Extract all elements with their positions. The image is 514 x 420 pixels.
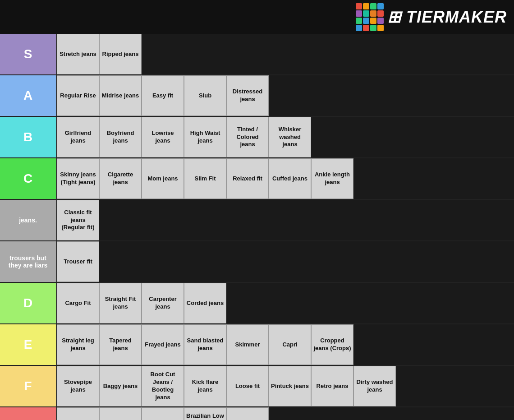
tier-spacer bbox=[353, 158, 514, 199]
tier-item[interactable]: Skinny jeans (Tight jeans) bbox=[57, 158, 99, 199]
tier-items-notwearable: Flared jeansBell bottom jeansLace-up jea… bbox=[56, 407, 514, 420]
tier-item[interactable]: Midrise jeans bbox=[99, 75, 142, 116]
tier-item[interactable]: Regular Rise bbox=[57, 75, 99, 116]
tier-spacer bbox=[396, 366, 514, 406]
tier-item[interactable]: Retro jeans bbox=[311, 366, 353, 406]
logo-text: ⊞ TiERMAKER bbox=[387, 8, 507, 27]
logo-cell bbox=[356, 25, 362, 31]
tier-item[interactable]: Kick flare jeans bbox=[184, 366, 226, 406]
tier-item[interactable]: Tapered jeans bbox=[99, 324, 142, 365]
tier-item[interactable]: Cropped jeans (Crops) bbox=[311, 324, 353, 365]
tier-item[interactable]: Boyfriend jeans bbox=[99, 117, 142, 157]
tier-item[interactable]: Skimmer bbox=[226, 324, 269, 365]
tier-items-a: Regular RiseMidrise jeansEasy fitSlubDis… bbox=[56, 75, 514, 116]
tier-item[interactable]: Corded jeans bbox=[184, 283, 226, 323]
tier-item[interactable]: Trouser fit bbox=[57, 241, 99, 282]
tier-item[interactable]: Sand blasted jeans bbox=[184, 324, 226, 365]
tier-spacer bbox=[99, 241, 514, 282]
tier-item[interactable]: Carpenter jeans bbox=[142, 283, 184, 323]
tier-item[interactable]: Loose fit bbox=[226, 366, 269, 406]
logo-cell bbox=[356, 3, 362, 9]
tier-item[interactable]: Stovepipe jeans bbox=[57, 366, 99, 406]
tier-item[interactable]: Distressed jeans bbox=[226, 75, 269, 116]
tier-row-s: SStretch jeansRipped jeans bbox=[0, 34, 514, 75]
logo-cell bbox=[356, 10, 362, 17]
tier-item[interactable]: Tinted / Colored jeans bbox=[226, 117, 269, 157]
logo-icon-text: ⊞ bbox=[387, 8, 406, 26]
tier-items-d: Cargo FitStraight Fit jeansCarpenter jea… bbox=[56, 283, 514, 323]
tier-label-trousers: trousers but they are liars bbox=[0, 241, 56, 282]
tier-item[interactable]: Lace-up jeans bbox=[142, 407, 184, 420]
tier-label-f: F bbox=[0, 366, 56, 406]
logo-cell bbox=[370, 10, 376, 17]
tier-item[interactable]: Easy fit bbox=[142, 75, 184, 116]
tier-item[interactable]: Whisker washed jeans bbox=[269, 117, 311, 157]
tier-items-trousers: Trouser fit bbox=[56, 241, 514, 282]
tier-label-jeans: jeans. bbox=[0, 200, 56, 240]
tier-item[interactable]: Flared jeans bbox=[57, 407, 99, 420]
tier-item[interactable]: Baggy jeans bbox=[99, 366, 142, 406]
tier-item[interactable]: Straight Fit jeans bbox=[99, 283, 142, 323]
tier-label-c: C bbox=[0, 158, 56, 199]
logo-label: TiERMAKER bbox=[406, 8, 507, 26]
tier-item[interactable]: Slim Fit bbox=[184, 158, 226, 199]
tier-item[interactable]: Relaxed fit bbox=[226, 158, 269, 199]
tier-label-e: E bbox=[0, 324, 56, 365]
tier-item[interactable]: Ankle length jeans bbox=[311, 158, 353, 199]
tiermaker-logo: ⊞ TiERMAKER bbox=[356, 3, 507, 31]
tier-label-notwearable: this isnt wearable bbox=[0, 407, 56, 420]
tier-spacer bbox=[99, 200, 514, 240]
logo-cell bbox=[363, 25, 369, 31]
tier-item[interactable]: Bell bottom jeans bbox=[99, 407, 142, 420]
tier-item[interactable]: Brazilian Low Rise Jeans / Ultra low ris… bbox=[184, 407, 226, 420]
tier-items-c: Skinny jeans (Tight jeans)Cigarette jean… bbox=[56, 158, 514, 199]
logo-cell bbox=[377, 25, 384, 31]
tier-label-b: B bbox=[0, 117, 56, 157]
tier-item[interactable]: Cargo Fit bbox=[57, 283, 99, 323]
tier-item[interactable]: Boot Cut Jeans / Bootleg jeans bbox=[142, 366, 184, 406]
tier-spacer bbox=[311, 117, 514, 157]
logo-cell bbox=[377, 3, 384, 9]
tier-item[interactable]: Stretch jeans bbox=[57, 34, 99, 74]
tier-item[interactable]: Lowrise jeans bbox=[142, 117, 184, 157]
tier-item[interactable]: Frayed jeans bbox=[142, 324, 184, 365]
tier-label-d: D bbox=[0, 283, 56, 323]
tier-item[interactable]: Mom jeans bbox=[142, 158, 184, 199]
tier-items-e: Straight leg jeansTapered jeansFrayed je… bbox=[56, 324, 514, 365]
tier-spacer bbox=[142, 34, 514, 74]
tier-item[interactable]: Pintuck jeans bbox=[269, 366, 311, 406]
tier-item[interactable]: Gaucho bbox=[226, 407, 269, 420]
tier-spacer bbox=[269, 407, 514, 420]
tier-row-trousers: trousers but they are liarsTrouser fit bbox=[0, 241, 514, 283]
tier-row-e: EStraight leg jeansTapered jeansFrayed j… bbox=[0, 324, 514, 366]
logo-cell bbox=[363, 3, 369, 9]
tier-item[interactable]: Slub bbox=[184, 75, 226, 116]
tier-items-jeans: Classic fit jeans (Regular fit) bbox=[56, 200, 514, 240]
logo-cell bbox=[377, 10, 384, 17]
tier-items-f: Stovepipe jeansBaggy jeansBoot Cut Jeans… bbox=[56, 366, 514, 406]
tier-row-a: ARegular RiseMidrise jeansEasy fitSlubDi… bbox=[0, 75, 514, 117]
tier-item[interactable]: Classic fit jeans (Regular fit) bbox=[57, 200, 99, 240]
tier-row-jeans: jeans.Classic fit jeans (Regular fit) bbox=[0, 200, 514, 241]
tier-item[interactable]: Ripped jeans bbox=[99, 34, 142, 74]
tier-row-c: CSkinny jeans (Tight jeans)Cigarette jea… bbox=[0, 158, 514, 200]
tier-item[interactable]: Dirty washed jeans bbox=[353, 366, 396, 406]
tier-list: SStretch jeansRipped jeansARegular RiseM… bbox=[0, 34, 514, 420]
tier-spacer bbox=[226, 283, 514, 323]
tier-row-notwearable: this isnt wearableFlared jeansBell botto… bbox=[0, 407, 514, 420]
tier-item[interactable]: Straight leg jeans bbox=[57, 324, 99, 365]
logo-cell bbox=[363, 18, 369, 24]
tier-item[interactable]: Cigarette jeans bbox=[99, 158, 142, 199]
tier-label-s: S bbox=[0, 34, 56, 74]
tier-item[interactable]: Cuffed jeans bbox=[269, 158, 311, 199]
tier-item[interactable]: Capri bbox=[269, 324, 311, 365]
tier-items-b: Girlfriend jeansBoyfriend jeansLowrise j… bbox=[56, 117, 514, 157]
logo-cell bbox=[370, 18, 376, 24]
logo-cell bbox=[356, 18, 362, 24]
tier-row-d: DCargo FitStraight Fit jeansCarpenter je… bbox=[0, 283, 514, 324]
logo-cell bbox=[363, 10, 369, 17]
tier-row-f: FStovepipe jeansBaggy jeansBoot Cut Jean… bbox=[0, 366, 514, 407]
tier-spacer bbox=[353, 324, 514, 365]
tier-item[interactable]: Girlfriend jeans bbox=[57, 117, 99, 157]
tier-item[interactable]: High Waist jeans bbox=[184, 117, 226, 157]
